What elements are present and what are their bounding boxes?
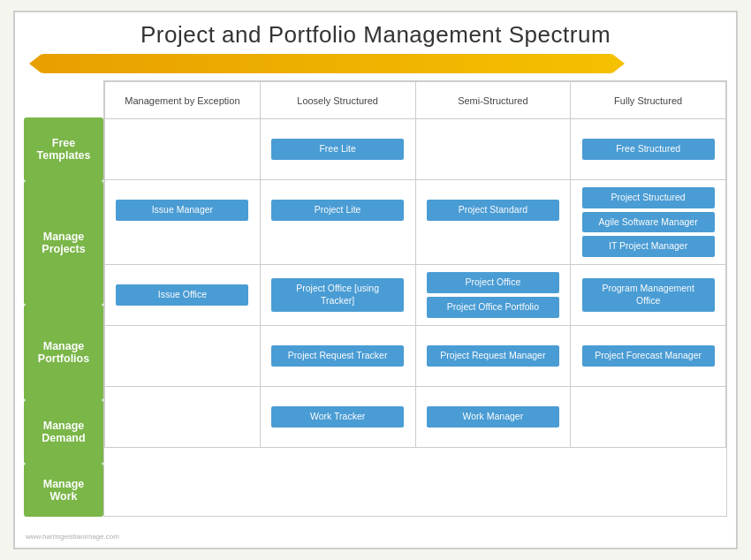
cell-4-3 (571, 386, 726, 447)
cell-4-0 (105, 386, 261, 447)
row-label-0: Free Templates (24, 117, 103, 181)
chip-2-0-0[interactable]: Issue Office (116, 284, 248, 306)
chip-2-2-1[interactable]: Project Office Portfolio (427, 297, 559, 318)
cell-inner-4-3 (574, 390, 722, 443)
table-row-0: Free LiteFree Structured (105, 119, 726, 180)
cell-inner-0-1: Free Lite (264, 123, 412, 176)
cell-inner-2-1: Project Office [using Tracker] (264, 269, 412, 322)
chip-0-3-0[interactable]: Free Structured (582, 139, 715, 160)
cell-1-1: Project Lite (260, 180, 415, 265)
cell-inner-3-1: Project Request Tracker (264, 329, 412, 382)
cell-1-2: Project Standard (415, 180, 571, 265)
cell-inner-4-0 (109, 390, 256, 443)
cell-1-0: Issue Manager (105, 180, 261, 265)
cell-inner-4-1: Work Tracker (264, 390, 412, 443)
col-header-1: Loosely Structured (260, 82, 415, 119)
chip-3-1-0[interactable]: Project Request Tracker (271, 345, 404, 367)
grid-wrapper: Free TemplatesManage ProjectsManage Port… (24, 80, 727, 517)
chip-1-3-1[interactable]: Agile Software Manager (582, 212, 715, 233)
row-label-2: Manage Portfolios (24, 305, 103, 400)
cell-inner-2-0: Issue Office (109, 269, 256, 322)
cell-1-3: Project StructuredAgile Software Manager… (571, 180, 726, 265)
spectrum-table: Management by ExceptionLoosely Structure… (104, 81, 726, 448)
cell-0-1: Free Lite (260, 119, 415, 180)
cell-inner-3-2: Project Request Manager (420, 329, 567, 382)
chip-4-1-0[interactable]: Work Tracker (271, 406, 404, 428)
col-header-2: Semi-Structured (415, 82, 571, 119)
cell-0-2 (415, 119, 571, 180)
cell-3-0 (105, 325, 261, 386)
cell-inner-3-0 (109, 329, 256, 382)
watermark: www.harrisgeistianimage.com (26, 533, 119, 541)
cell-inner-3-3: Project Forecast Manager (574, 329, 722, 382)
chip-1-3-0[interactable]: Project Structured (582, 187, 715, 208)
table-row-4: Work TrackerWork Manager (105, 386, 726, 447)
chip-0-1-0[interactable]: Free Lite (271, 139, 404, 160)
chip-3-3-0[interactable]: Project Forecast Manager (582, 345, 715, 367)
cell-inner-1-0: Issue Manager (109, 184, 256, 237)
table-body: Free LiteFree StructuredIssue ManagerPro… (105, 119, 726, 448)
cell-inner-2-3: Program Management Office (574, 269, 722, 322)
cell-inner-2-2: Project OfficeProject Office Portfolio (420, 269, 567, 322)
chip-3-2-0[interactable]: Project Request Manager (427, 345, 559, 367)
table-row-2: Issue OfficeProject Office [using Tracke… (105, 264, 726, 325)
table-row-1: Issue ManagerProject LiteProject Standar… (105, 180, 726, 265)
cell-0-0 (105, 119, 261, 180)
cell-3-2: Project Request Manager (415, 325, 571, 386)
row-label-3: Manage Demand (24, 400, 103, 464)
cell-4-2: Work Manager (415, 386, 571, 447)
cell-2-0: Issue Office (105, 264, 261, 325)
table-row-3: Project Request TrackerProject Request M… (105, 325, 726, 386)
chip-1-3-2[interactable]: IT Project Manager (582, 236, 715, 257)
col-header-0: Management by Exception (105, 82, 261, 119)
cell-3-1: Project Request Tracker (260, 325, 415, 386)
main-container: Project and Portfolio Management Spectru… (13, 11, 738, 549)
cell-inner-0-2 (420, 123, 567, 176)
row-label-4: Manage Work (24, 464, 103, 517)
cell-inner-4-2: Work Manager (420, 390, 567, 443)
chip-1-2-0[interactable]: Project Standard (427, 200, 559, 221)
cell-inner-0-3: Free Structured (574, 123, 722, 176)
row-label-1: Manage Projects (24, 181, 103, 305)
arrow-row (24, 54, 727, 73)
chip-2-3-0[interactable]: Program Management Office (582, 278, 715, 311)
cell-3-3: Project Forecast Manager (571, 325, 726, 386)
page-title: Project and Portfolio Management Spectru… (24, 21, 727, 49)
col-header-3: Fully Structured (571, 82, 726, 119)
chip-4-2-0[interactable]: Work Manager (427, 406, 559, 428)
chip-2-1-0[interactable]: Project Office [using Tracker] (271, 278, 404, 311)
label-spacer (24, 80, 103, 117)
cell-inner-0-0 (109, 123, 256, 176)
spectrum-arrow (42, 54, 612, 73)
row-labels: Free TemplatesManage ProjectsManage Port… (24, 80, 103, 517)
cell-2-2: Project OfficeProject Office Portfolio (415, 264, 571, 325)
header-row: Management by ExceptionLoosely Structure… (105, 82, 726, 119)
chip-1-0-0[interactable]: Issue Manager (116, 200, 248, 221)
cell-inner-1-2: Project Standard (420, 184, 567, 237)
cell-4-1: Work Tracker (260, 386, 415, 447)
cell-0-3: Free Structured (571, 119, 726, 180)
chip-1-1-0[interactable]: Project Lite (271, 200, 404, 221)
cell-inner-1-1: Project Lite (264, 184, 412, 237)
cell-inner-1-3: Project StructuredAgile Software Manager… (574, 184, 722, 261)
chip-2-2-0[interactable]: Project Office (427, 272, 559, 293)
table-area: Management by ExceptionLoosely Structure… (103, 80, 727, 517)
cell-2-1: Project Office [using Tracker] (260, 264, 415, 325)
cell-2-3: Program Management Office (571, 264, 726, 325)
